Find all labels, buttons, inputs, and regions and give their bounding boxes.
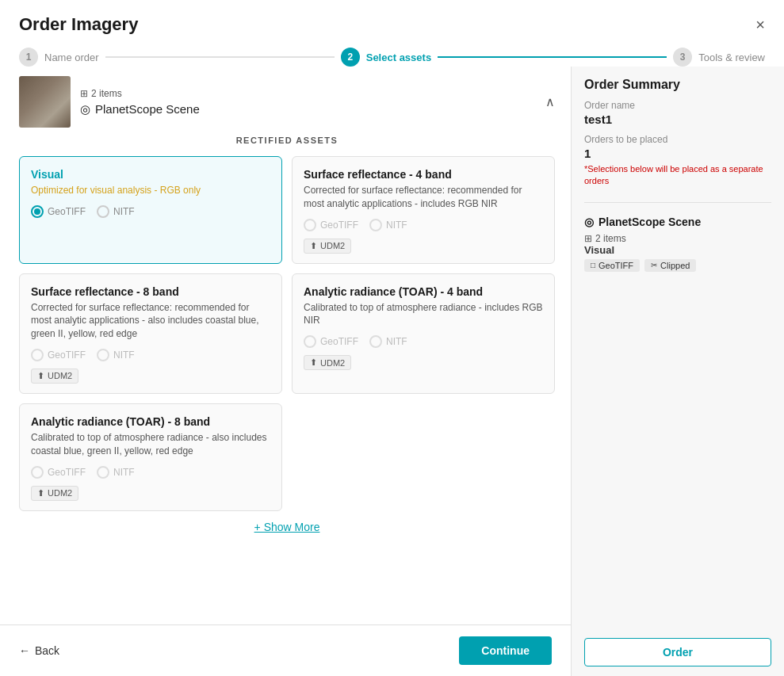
radio-geotiff-analytic4[interactable]: GeoTIFF xyxy=(304,335,358,348)
layers-icon: ⊞ xyxy=(80,88,88,99)
radio-nitf-visual[interactable]: NITF xyxy=(97,205,135,218)
step-1-circle: 1 xyxy=(19,48,38,67)
radio-label-geotiff-a8: GeoTIFF xyxy=(48,467,86,478)
summary-orders-section: Orders to be placed 1 *Selections below … xyxy=(572,134,784,196)
orders-count-value: 1 xyxy=(584,147,771,160)
step-2: 2 Select assets xyxy=(341,48,431,67)
back-button[interactable]: ← Back xyxy=(19,644,59,657)
summary-asset-name: Visual xyxy=(584,244,771,256)
udm2-icon: ⬆ xyxy=(310,241,317,251)
asset-card-analytic-toar-8band[interactable]: Analytic radiance (TOAR) - 8 band Calibr… xyxy=(19,403,282,511)
summary-tag-geotiff: □ GeoTIFF xyxy=(584,259,640,272)
summary-tags: □ GeoTIFF ✂ Clipped xyxy=(584,259,771,272)
radio-circle-geotiff-s8 xyxy=(31,349,44,361)
asset-card-surface-4band[interactable]: Surface reflectance - 4 band Corrected f… xyxy=(292,156,555,264)
arrow-left-icon: ← xyxy=(19,644,30,657)
summary-tag-clipped: ✂ Clipped xyxy=(644,259,696,272)
radio-circle-nitf xyxy=(97,205,109,218)
udm2-badge-surface4: ⬆ UDM2 xyxy=(304,239,351,254)
step-3: 3 Tools & review xyxy=(673,48,765,67)
radio-circle-nitf-s8 xyxy=(97,349,109,361)
layers-icon-summary: ⊞ xyxy=(584,233,592,244)
scissors-icon: ✂ xyxy=(651,261,657,269)
show-more-link[interactable]: + Show More xyxy=(19,511,555,543)
planet-icon-summary: ◎ xyxy=(584,216,594,228)
radio-label-geotiff-s4: GeoTIFF xyxy=(320,220,358,231)
radio-nitf-analytic8[interactable]: NITF xyxy=(97,466,135,479)
step-3-label: Tools & review xyxy=(698,52,765,63)
step-1-label: Name order xyxy=(44,52,99,63)
asset-title-analytic4: Analytic radiance (TOAR) - 4 band xyxy=(304,285,543,298)
udm2-icon-a8: ⬆ xyxy=(37,488,44,498)
radio-label-geotiff-s8: GeoTIFF xyxy=(48,349,86,361)
radio-circle-geotiff xyxy=(31,205,44,218)
modal-title: Order Imagery xyxy=(19,14,138,35)
radio-geotiff-visual[interactable]: GeoTIFF xyxy=(31,205,86,218)
step-1: 1 Name order xyxy=(19,48,99,67)
file-icon: □ xyxy=(591,261,595,269)
asset-desc-surface-4band: Corrected for surface reflectance: recom… xyxy=(304,184,543,211)
summary-scene-title: ◎ PlanetScope Scene xyxy=(584,216,771,228)
radio-circle-nitf-s4 xyxy=(369,219,382,231)
radio-circle-geotiff-a8 xyxy=(31,466,44,479)
radio-label-nitf-s4: NITF xyxy=(386,220,407,231)
scene-meta: ⊞ 2 items ◎ PlanetScope Scene xyxy=(80,88,200,116)
udm2-icon-a4: ⬆ xyxy=(310,357,317,368)
radio-nitf-analytic4[interactable]: NITF xyxy=(369,335,407,348)
radio-label-geotiff-a4: GeoTIFF xyxy=(320,336,358,347)
orders-placed-label: Orders to be placed xyxy=(584,134,771,145)
order-button-wrap: Order xyxy=(572,628,784,676)
items-count: 2 items xyxy=(91,88,122,99)
radio-group-analytic4: GeoTIFF NITF xyxy=(304,335,543,348)
continue-button[interactable]: Continue xyxy=(459,636,552,665)
radio-geotiff-surface8[interactable]: GeoTIFF xyxy=(31,349,86,361)
scene-info: ⊞ 2 items ◎ PlanetScope Scene xyxy=(19,76,200,128)
collapse-button[interactable]: ∧ xyxy=(545,94,555,109)
asset-card-analytic-toar-4band[interactable]: Analytic radiance (TOAR) - 4 band Calibr… xyxy=(292,273,555,394)
step-2-circle: 2 xyxy=(341,48,360,67)
asset-title-surface-8band: Surface reflectance - 8 band xyxy=(31,285,270,298)
asset-title-surface-4band: Surface reflectance - 4 band xyxy=(304,168,543,181)
radio-circle-nitf-a4 xyxy=(369,335,382,348)
section-title: RECTIFIED ASSETS xyxy=(19,136,555,145)
radio-nitf-surface4[interactable]: NITF xyxy=(369,219,407,231)
planet-icon: ◎ xyxy=(80,102,90,116)
order-button[interactable]: Order xyxy=(584,638,771,666)
radio-circle-geotiff-a4 xyxy=(304,335,316,348)
close-button[interactable]: × xyxy=(755,17,765,32)
summary-divider xyxy=(584,202,771,203)
summary-scene: ◎ PlanetScope Scene ⊞ 2 items Visual □ G… xyxy=(572,209,784,275)
radio-geotiff-surface4[interactable]: GeoTIFF xyxy=(304,219,358,231)
udm2-badge-analytic8: ⬆ UDM2 xyxy=(31,486,78,501)
radio-label-nitf: NITF xyxy=(113,206,135,217)
radio-group-analytic8: GeoTIFF NITF xyxy=(31,466,270,479)
back-label: Back xyxy=(35,644,59,657)
radio-circle-nitf-a8 xyxy=(97,466,109,479)
summary-title: Order Summary xyxy=(572,67,784,100)
scene-thumbnail xyxy=(19,76,71,128)
asset-desc-visual: Optimized for visual analysis - RGB only xyxy=(31,184,270,197)
udm2-badge-analytic4: ⬆ UDM2 xyxy=(304,355,351,370)
udm2-badge-surface8: ⬆ UDM2 xyxy=(31,369,78,384)
scene-header: ⊞ 2 items ◎ PlanetScope Scene ∧ xyxy=(19,76,555,128)
radio-nitf-surface8[interactable]: NITF xyxy=(97,349,135,361)
items-badge: ⊞ 2 items xyxy=(80,88,200,99)
radio-group-surface-4band: GeoTIFF NITF xyxy=(304,219,543,231)
order-summary-panel: Order Summary Order name test1 Orders to… xyxy=(572,67,784,676)
step-line-2 xyxy=(438,56,667,58)
asset-desc-surface-8band: Corrected for surface reflectance: recom… xyxy=(31,301,270,341)
asset-card-visual[interactable]: Visual Optimized for visual analysis - R… xyxy=(19,156,282,264)
left-footer: ← Back Continue xyxy=(0,624,571,676)
radio-label-nitf-a8: NITF xyxy=(113,467,135,478)
udm2-icon-s8: ⬆ xyxy=(37,371,44,381)
summary-note: *Selections below will be placed as a se… xyxy=(584,163,771,188)
summary-order-name-section: Order name test1 xyxy=(572,100,784,134)
step-3-circle: 3 xyxy=(673,48,692,67)
asset-desc-analytic8: Calibrated to top of atmosphere radiance… xyxy=(31,431,270,458)
radio-label-nitf-a4: NITF xyxy=(386,336,407,347)
asset-title-visual: Visual xyxy=(31,168,270,181)
radio-geotiff-analytic8[interactable]: GeoTIFF xyxy=(31,466,86,479)
asset-card-surface-8band[interactable]: Surface reflectance - 8 band Corrected f… xyxy=(19,273,282,394)
order-name-value: test1 xyxy=(584,113,771,126)
radio-circle-geotiff-s4 xyxy=(304,219,316,231)
